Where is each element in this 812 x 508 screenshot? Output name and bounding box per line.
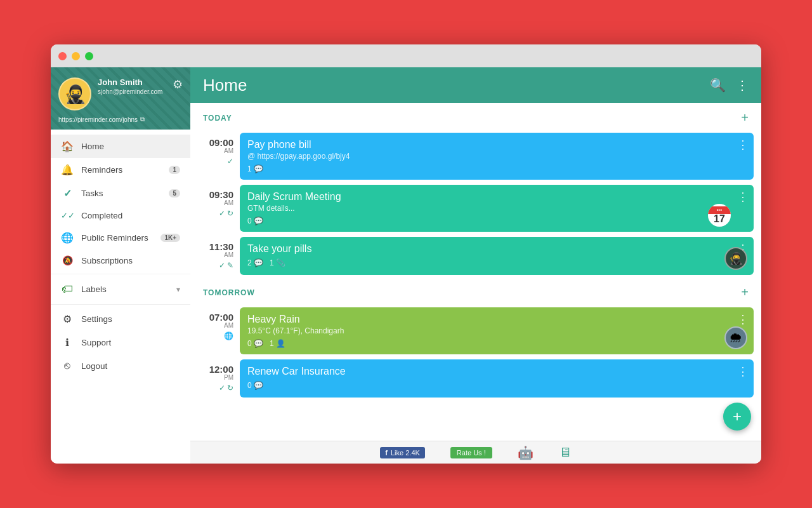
sidebar-item-label: Reminders bbox=[81, 165, 161, 175]
event-card-car-insurance[interactable]: Renew Car Insurance 0 💬 ⋮ bbox=[240, 359, 754, 398]
event-meta: 0 💬 bbox=[247, 381, 746, 390]
sidebar-item-label: Labels bbox=[81, 284, 169, 294]
sidebar-item-label: Subscriptions bbox=[81, 256, 180, 265]
check-icon: ✓ bbox=[219, 261, 225, 270]
reminders-badge: 1 bbox=[169, 166, 180, 174]
event-row: 11:30 AM ✓ ✎ Take your pills 2 💬 1 � bbox=[190, 234, 761, 277]
settings-icon[interactable]: ⚙ bbox=[173, 77, 183, 91]
sidebar-item-labels[interactable]: 🏷 Labels ▾ bbox=[51, 277, 190, 302]
event-row: 12:00 PM ✓ ↻ Renew Car Insurance 0 💬 bbox=[190, 357, 761, 400]
sidebar-item-subscriptions[interactable]: 🔕 Subscriptions bbox=[51, 250, 190, 271]
calendar-thumb: ▪▪▪ 17 bbox=[708, 204, 731, 227]
nav-separator bbox=[51, 304, 190, 305]
topbar-icons: 🔍 ⋮ bbox=[710, 77, 749, 93]
tasks-icon: ✓ bbox=[61, 187, 74, 199]
event-row: 09:30 AM ✓ ↻ Daily Scrum Meeting GTM det… bbox=[190, 182, 761, 234]
attachments-count: 1 📎 bbox=[270, 258, 285, 267]
sidebar-item-label: Tasks bbox=[81, 189, 161, 198]
android-icon[interactable]: 🤖 bbox=[518, 445, 534, 460]
event-card-scrum[interactable]: Daily Scrum Meeting GTM details... 0 💬 ⋮… bbox=[240, 185, 754, 232]
sidebar: 🥷 John Smith sjohn@pireminder.com ⚙ http… bbox=[51, 67, 190, 464]
sidebar-item-completed[interactable]: ✓✓ Completed bbox=[51, 205, 190, 226]
logout-icon: ⎋ bbox=[61, 360, 74, 371]
sidebar-profile: 🥷 John Smith sjohn@pireminder.com ⚙ http… bbox=[51, 67, 190, 130]
fab-add-button[interactable]: + bbox=[723, 403, 751, 431]
event-subtitle: GTM details... bbox=[247, 204, 746, 213]
event-meta: 0 💬 1 👤 bbox=[247, 339, 746, 348]
tomorrow-section-header: TOMORROW + bbox=[190, 277, 761, 305]
event-time: 09:30 AM ✓ ↻ bbox=[198, 185, 233, 232]
check-icon: ✓ bbox=[227, 157, 233, 166]
settings-icon: ⚙ bbox=[61, 313, 74, 325]
app-body: 🥷 John Smith sjohn@pireminder.com ⚙ http… bbox=[51, 67, 761, 464]
profile-info: John Smith sjohn@pireminder.com bbox=[98, 77, 183, 95]
event-subtitle: @ https://gpay.app.goo.gl/bjy4 bbox=[247, 152, 746, 161]
profile-email: sjohn@pireminder.com bbox=[98, 88, 183, 95]
sidebar-item-support[interactable]: ℹ Support bbox=[51, 331, 190, 354]
more-options-icon[interactable]: ⋮ bbox=[737, 138, 749, 152]
more-icon[interactable]: ⋮ bbox=[736, 77, 749, 93]
event-row: 09:00 AM ✓ Pay phone bill @ https://gpay… bbox=[190, 130, 761, 182]
repeat-icon: ↻ bbox=[227, 209, 233, 218]
desktop-icon[interactable]: 🖥 bbox=[559, 445, 572, 460]
event-meta: 1 💬 bbox=[247, 164, 746, 173]
footer: f Like 2.4K Rate Us ! 🤖 🖥 bbox=[190, 441, 761, 464]
event-card-heavy-rain[interactable]: Heavy Rain 19.5°C (67.1°F), Chandigarh 0… bbox=[240, 307, 754, 354]
app-window: 🥷 John Smith sjohn@pireminder.com ⚙ http… bbox=[51, 44, 761, 464]
event-avatar-thumb: 🥷 bbox=[724, 247, 747, 270]
event-time: 12:00 PM ✓ ↻ bbox=[198, 359, 233, 398]
sidebar-item-label: Completed bbox=[81, 211, 180, 220]
attendees-count: 1 👤 bbox=[270, 339, 285, 348]
event-card-pills[interactable]: Take your pills 2 💬 1 📎 ⋮ 🥷 bbox=[240, 237, 754, 275]
event-time: 09:00 AM ✓ bbox=[198, 133, 233, 180]
check-icon: ✓ bbox=[219, 384, 225, 392]
comments-count: 1 💬 bbox=[247, 164, 263, 173]
public-reminders-badge: 1K+ bbox=[160, 234, 180, 242]
edit-icon: ✎ bbox=[227, 261, 233, 270]
comments-count: 0 💬 bbox=[247, 339, 263, 348]
main-wrapper: TODAY + 09:00 AM ✓ Pay phon bbox=[190, 103, 761, 464]
repeat-icon: ↻ bbox=[227, 384, 233, 392]
sidebar-item-settings[interactable]: ⚙ Settings bbox=[51, 307, 190, 331]
search-icon[interactable]: 🔍 bbox=[710, 77, 726, 93]
sidebar-item-tasks[interactable]: ✓ Tasks 5 bbox=[51, 182, 190, 205]
sidebar-item-label: Support bbox=[81, 338, 180, 347]
maximize-button[interactable] bbox=[85, 52, 93, 60]
event-title: Renew Car Insurance bbox=[247, 366, 746, 377]
sidebar-item-reminders[interactable]: 🔔 Reminders 1 bbox=[51, 158, 190, 182]
comments-count: 0 💬 bbox=[247, 217, 263, 225]
tomorrow-label: TOMORROW bbox=[203, 288, 255, 297]
comments-count: 2 💬 bbox=[247, 258, 263, 267]
sidebar-item-label: Public Reminders bbox=[81, 233, 153, 243]
sidebar-item-label: Logout bbox=[81, 361, 180, 371]
more-options-icon[interactable]: ⋮ bbox=[737, 364, 749, 378]
today-section-header: TODAY + bbox=[190, 103, 761, 130]
support-icon: ℹ bbox=[61, 337, 74, 349]
more-options-icon[interactable]: ⋮ bbox=[737, 312, 749, 326]
weather-thumb: 🌧 bbox=[724, 326, 747, 349]
labels-icon: 🏷 bbox=[61, 283, 74, 296]
today-add-button[interactable]: + bbox=[741, 110, 749, 125]
titlebar bbox=[51, 44, 761, 67]
close-button[interactable] bbox=[58, 52, 67, 60]
more-options-icon[interactable]: ⋮ bbox=[737, 190, 749, 204]
sidebar-item-logout[interactable]: ⎋ Logout bbox=[51, 354, 190, 377]
profile-url[interactable]: https://pireminder.com/johns ⧉ bbox=[58, 116, 183, 123]
sidebar-item-home[interactable]: 🏠 Home bbox=[51, 135, 190, 158]
sidebar-item-public-reminders[interactable]: 🌐 Public Reminders 1K+ bbox=[51, 226, 190, 250]
event-card-pay-phone[interactable]: Pay phone bill @ https://gpay.app.goo.gl… bbox=[240, 133, 754, 180]
comments-count: 0 💬 bbox=[247, 381, 263, 390]
sidebar-item-label: Home bbox=[81, 142, 180, 151]
facebook-like-button[interactable]: f Like 2.4K bbox=[380, 447, 425, 458]
tomorrow-add-button[interactable]: + bbox=[741, 285, 749, 300]
event-row: 07:00 AM 🌐 Heavy Rain 19.5°C (67.1°F), C… bbox=[190, 305, 761, 357]
sidebar-item-label: Settings bbox=[81, 314, 180, 324]
globe-icon: 🌐 bbox=[224, 331, 233, 340]
event-subtitle: 19.5°C (67.1°F), Chandigarh bbox=[247, 326, 746, 335]
event-time: 07:00 AM 🌐 bbox=[198, 307, 233, 354]
copy-icon[interactable]: ⧉ bbox=[140, 116, 145, 123]
rate-label: Rate Us ! bbox=[457, 449, 486, 457]
rate-us-button[interactable]: Rate Us ! bbox=[450, 447, 492, 458]
reminders-icon: 🔔 bbox=[61, 164, 74, 176]
minimize-button[interactable] bbox=[72, 52, 80, 60]
